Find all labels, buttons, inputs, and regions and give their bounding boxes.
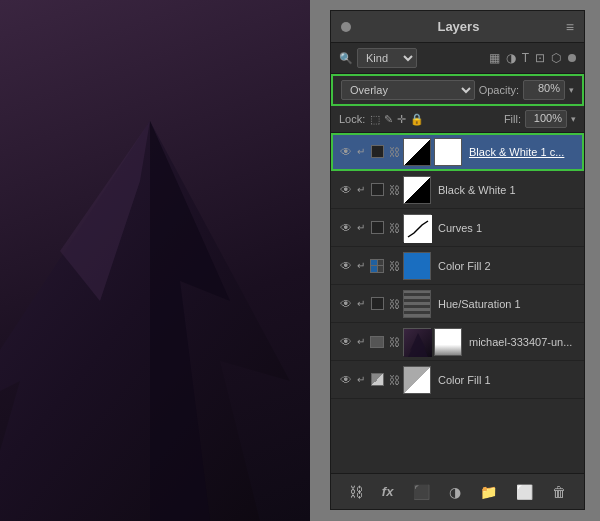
layer-row[interactable]: 👁↵⛓Black & White 1 [331,171,584,209]
lock-icons: ⬚ ✎ ✛ 🔒 [370,113,424,126]
layer-visibility-icon[interactable]: 👁 [339,335,353,349]
layer-thumbnail [403,138,431,166]
layer-arrow-icon: ↵ [356,374,366,385]
layer-link-icon[interactable]: ⛓ [388,298,400,310]
layer-type-icon [369,334,385,350]
new-layer-icon[interactable]: ⬜ [512,482,537,502]
layer-visibility-icon[interactable]: 👁 [339,373,353,387]
group-icon[interactable]: 📁 [476,482,501,502]
lock-image-icon[interactable]: ✎ [384,113,393,126]
svg-marker-0 [0,121,290,521]
vector-filter-icon[interactable]: ⬡ [550,50,562,66]
blend-mode-select[interactable]: Overlay Normal Multiply Screen [341,80,475,100]
layer-mask-thumbnail [434,138,462,166]
layer-thumbnail [403,214,431,242]
smart-filter-icon[interactable]: ⊡ [534,50,546,66]
layer-link-icon[interactable]: ⛓ [388,260,400,272]
layer-arrow-icon: ↵ [356,184,366,195]
layer-name: Curves 1 [438,222,576,234]
layer-name: Color Fill 2 [438,260,576,272]
filter-row: 🔍 Kind Name Effect ▦ ◑ T ⊡ ⬡ [331,43,584,74]
fill-value[interactable]: 100% [525,110,567,128]
layer-arrow-icon: ↵ [356,336,366,347]
layer-name: Black & White 1 c... [469,146,576,158]
layer-row[interactable]: 👁↵⛓Color Fill 1 [331,361,584,399]
layer-arrow-icon: ↵ [356,146,366,157]
layer-row[interactable]: 👁↵⛓Black & White 1 c... [331,133,584,171]
opacity-chevron-icon[interactable]: ▾ [569,85,574,95]
opacity-value[interactable]: 80% [523,80,565,100]
layer-row[interactable]: 👁↵⛓michael-333407-un... [331,323,584,361]
opacity-label: Opacity: [479,84,519,96]
blend-opacity-row: Overlay Normal Multiply Screen Opacity: … [331,74,584,106]
panel-title: Layers [351,19,566,34]
layer-visibility-icon[interactable]: 👁 [339,297,353,311]
layer-thumbnail [403,252,431,280]
canvas-background [0,0,310,521]
layers-list: 👁↵⛓Black & White 1 c...👁↵⛓Black & White … [331,133,584,473]
layer-link-icon[interactable]: ⛓ [388,374,400,386]
layers-panel: Layers ≡ 🔍 Kind Name Effect ▦ ◑ T ⊡ ⬡ Ov… [330,10,585,510]
layer-type-icon [369,258,385,274]
layer-visibility-icon[interactable]: 👁 [339,183,353,197]
layer-name: Color Fill 1 [438,374,576,386]
layer-thumbnail [403,176,431,204]
delete-icon[interactable]: 🗑 [548,482,570,502]
layer-row[interactable]: 👁↵⛓Color Fill 2 [331,247,584,285]
layer-link-icon[interactable]: ⛓ [388,184,400,196]
layer-name: Hue/Saturation 1 [438,298,576,310]
layer-visibility-icon[interactable]: 👁 [339,221,353,235]
fill-label: Fill: [504,113,521,125]
lock-row: Lock: ⬚ ✎ ✛ 🔒 Fill: 100% ▾ [331,106,584,133]
layer-row[interactable]: 👁↵⛓Curves 1 [331,209,584,247]
panel-footer: ⛓ fx ⬛ ◑ 📁 ⬜ 🗑 [331,473,584,509]
layer-arrow-icon: ↵ [356,298,366,309]
fx-icon[interactable]: fx [378,482,398,501]
adjustment-icon[interactable]: ◑ [445,482,465,502]
layer-type-icon [369,182,385,198]
filter-icons: ▦ ◑ T ⊡ ⬡ [488,50,562,66]
lock-label: Lock: [339,113,365,125]
layer-thumbnail [403,290,431,318]
adjustment-filter-icon[interactable]: ◑ [505,50,517,66]
text-filter-icon[interactable]: T [521,50,530,66]
layer-visibility-icon[interactable]: 👁 [339,145,353,159]
layer-arrow-icon: ↵ [356,260,366,271]
lock-transparent-icon[interactable]: ⬚ [370,113,380,126]
filter-toggle-dot[interactable] [568,54,576,62]
search-icon: 🔍 [339,52,353,65]
layer-name: Black & White 1 [438,184,576,196]
layer-type-icon [369,296,385,312]
close-icon[interactable] [341,22,351,32]
lock-all-icon[interactable]: 🔒 [410,113,424,126]
mask-icon[interactable]: ⬛ [409,482,434,502]
layer-name: michael-333407-un... [469,336,576,348]
fill-chevron-icon[interactable]: ▾ [571,114,576,124]
panel-menu-icon[interactable]: ≡ [566,19,574,35]
layer-arrow-icon: ↵ [356,222,366,233]
layer-link-icon[interactable]: ⛓ [388,146,400,158]
lock-position-icon[interactable]: ✛ [397,113,406,126]
layer-type-icon [369,144,385,160]
pixel-filter-icon[interactable]: ▦ [488,50,501,66]
layer-row[interactable]: 👁↵⛓Hue/Saturation 1 [331,285,584,323]
layer-thumbnail [403,366,431,394]
panel-header: Layers ≡ [331,11,584,43]
layer-link-icon[interactable]: ⛓ [388,336,400,348]
layer-thumbnail [403,328,431,356]
link-icon[interactable]: ⛓ [345,482,367,502]
layer-mask-thumbnail [434,328,462,356]
layer-visibility-icon[interactable]: 👁 [339,259,353,273]
filter-kind-select[interactable]: Kind Name Effect [357,48,417,68]
fill-section: Fill: 100% ▾ [504,110,576,128]
layer-link-icon[interactable]: ⛓ [388,222,400,234]
layer-type-icon [369,220,385,236]
layer-type-icon [369,372,385,388]
